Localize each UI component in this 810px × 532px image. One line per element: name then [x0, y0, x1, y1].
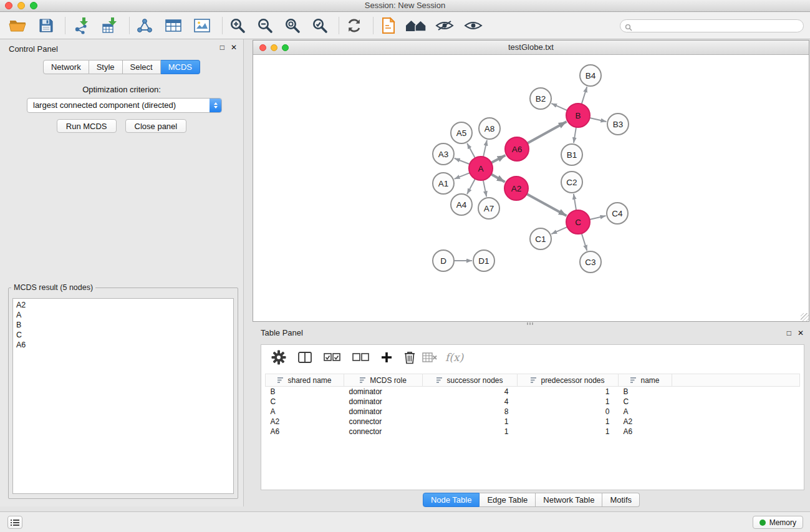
table-cell[interactable]: C [619, 397, 672, 407]
mcds-result-list[interactable]: A2ABCA6 [12, 298, 234, 494]
export-image-button[interactable] [191, 14, 213, 37]
home-button[interactable] [405, 14, 427, 37]
graph-node-A3[interactable]: A3 [433, 143, 454, 165]
graph-node-A6[interactable]: A6 [505, 137, 529, 161]
table-cell[interactable]: B [266, 387, 344, 397]
graph-edge-A-A3[interactable] [455, 158, 470, 164]
column-header-successor-nodes[interactable]: successor nodes [423, 374, 518, 387]
graph-edge-A-A7[interactable] [483, 180, 486, 197]
graph-edge-A-A2[interactable] [491, 174, 505, 181]
table-cell[interactable]: dominator [344, 407, 423, 417]
table-cell[interactable]: A6 [619, 427, 672, 437]
table-cell[interactable]: B [619, 387, 672, 397]
graph-node-A5[interactable]: A5 [451, 122, 472, 143]
graph-edge-A-A4[interactable] [467, 179, 475, 194]
table-cell[interactable]: dominator [344, 387, 423, 397]
graph-node-C[interactable]: C [566, 210, 590, 234]
mcds-result-item[interactable]: A [16, 310, 230, 320]
zoom-fit-button[interactable] [281, 14, 304, 37]
task-history-button[interactable] [7, 516, 22, 529]
tab-motifs[interactable]: Motifs [602, 493, 640, 507]
table-cell[interactable]: connector [344, 427, 423, 437]
mcds-result-item[interactable]: C [16, 330, 230, 340]
table-settings-button[interactable] [271, 350, 286, 365]
mcds-result-item[interactable]: A6 [16, 340, 230, 350]
float-panel-icon[interactable]: □ [220, 43, 224, 52]
import-table-button[interactable] [99, 14, 122, 37]
table-cell[interactable]: 1 [518, 387, 619, 397]
table-cell[interactable]: C [266, 397, 344, 407]
graph-edge-B-B1[interactable] [574, 127, 576, 143]
graph-node-B2[interactable]: B2 [530, 88, 551, 109]
select-all-columns-button[interactable] [324, 353, 340, 362]
table-row-A2[interactable]: A2connector11A2 [266, 417, 800, 427]
mcds-result-item[interactable]: B [16, 320, 230, 330]
float-panel-icon[interactable]: □ [787, 329, 791, 337]
table-cell[interactable]: 4 [423, 387, 518, 397]
window-resize-grip[interactable] [801, 313, 809, 321]
graph-edge-A2-C[interactable] [527, 194, 567, 216]
graph-node-A8[interactable]: A8 [479, 118, 500, 139]
graph-edge-B-B2[interactable] [551, 104, 567, 110]
run-mcds-button[interactable]: Run MCDS [57, 119, 117, 133]
function-builder-button[interactable]: f(x) [445, 351, 463, 364]
graph-node-D1[interactable]: D1 [473, 250, 494, 271]
delete-column-button[interactable] [404, 351, 415, 364]
table-cell[interactable]: 1 [423, 417, 518, 427]
minimize-window-button[interactable] [17, 2, 25, 9]
minimize-network-window-button[interactable] [271, 44, 277, 51]
graph-node-A7[interactable]: A7 [478, 198, 499, 219]
search-input[interactable] [620, 19, 804, 32]
optimization-dropdown[interactable]: largest connected component (directed) [27, 98, 222, 113]
add-column-button[interactable] [381, 352, 392, 363]
table-cell[interactable]: A6 [266, 427, 344, 437]
zoom-network-window-button[interactable] [282, 44, 289, 51]
save-session-button[interactable] [35, 14, 57, 37]
graph-edge-C-C1[interactable] [551, 227, 567, 234]
column-header-predecessor-nodes[interactable]: predecessor nodes [518, 374, 619, 387]
graph-edge-A-A1[interactable] [455, 173, 470, 179]
new-network-button[interactable] [133, 14, 156, 37]
new-table-button[interactable] [162, 14, 185, 37]
graph-node-C3[interactable]: C3 [580, 251, 601, 273]
table-cell[interactable]: A2 [619, 417, 672, 427]
table-cell[interactable]: connector [344, 417, 423, 427]
graph-edge-A-A5[interactable] [467, 143, 475, 158]
graph-edge-A6-B[interactable] [528, 122, 567, 143]
graph-node-B1[interactable]: B1 [561, 144, 582, 165]
table-cell[interactable]: A [266, 407, 344, 417]
table-row-A[interactable]: Adominator80A [266, 407, 800, 417]
close-panel-icon[interactable]: ✕ [798, 329, 804, 337]
zoom-window-button[interactable] [30, 2, 37, 9]
table-cell[interactable]: A [619, 407, 672, 417]
open-file-button[interactable] [377, 14, 400, 37]
graph-node-A1[interactable]: A1 [433, 173, 454, 194]
table-cell[interactable]: A2 [266, 417, 344, 427]
graph-edge-C-C4[interactable] [590, 216, 606, 220]
table-cell[interactable]: 1 [518, 427, 619, 437]
table-cell[interactable]: 4 [423, 397, 518, 407]
show-panel-button[interactable] [462, 14, 485, 37]
close-window-button[interactable] [5, 2, 12, 9]
graph-node-C4[interactable]: C4 [607, 203, 628, 224]
refresh-button[interactable] [343, 14, 365, 37]
open-session-button[interactable] [6, 14, 29, 37]
table-cell[interactable]: 1 [518, 417, 619, 427]
memory-button[interactable]: Memory [753, 516, 803, 529]
table-cell[interactable]: 1 [423, 427, 518, 437]
show-columns-button[interactable] [298, 352, 312, 363]
network-canvas[interactable]: B4B2BB3A5A8A6B1A3AC2A1A2A4A7C4CC1C3DD1 [253, 55, 809, 321]
tab-network-table[interactable]: Network Table [536, 493, 602, 507]
graph-node-D[interactable]: D [433, 250, 454, 271]
graph-edge-A-A6[interactable] [491, 155, 506, 163]
mcds-result-item[interactable]: A2 [16, 300, 230, 310]
graph-edge-B-B4[interactable] [582, 87, 587, 104]
network-window-titlebar[interactable]: testGlobe.txt [253, 41, 809, 55]
graph-edge-C-C3[interactable] [582, 233, 587, 251]
table-row-A6[interactable]: A6connector11A6 [266, 427, 800, 437]
tab-node-table[interactable]: Node Table [423, 493, 480, 507]
hide-panel-button[interactable] [433, 14, 456, 37]
column-header-name[interactable]: name [619, 374, 672, 387]
close-panel-button[interactable]: Close panel [125, 119, 187, 133]
graph-edge-B-B3[interactable] [590, 118, 607, 122]
